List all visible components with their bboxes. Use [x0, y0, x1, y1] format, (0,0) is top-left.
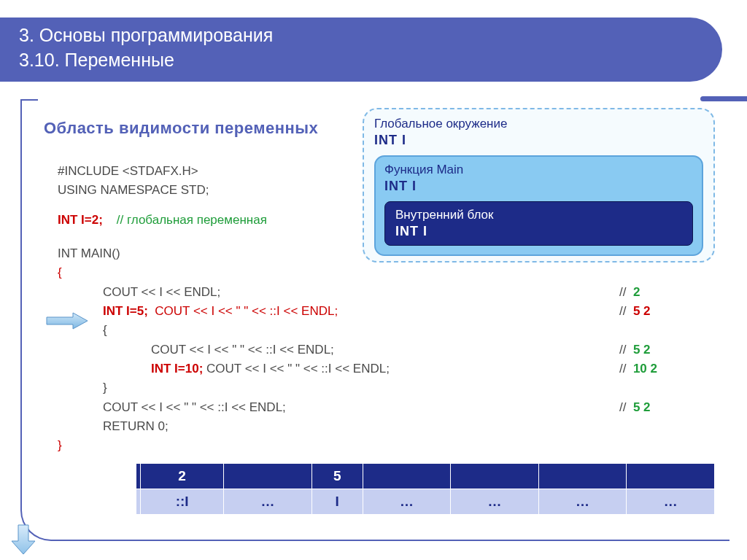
stack-cell [627, 464, 715, 489]
title-line-1: 3. Основы программирования [19, 23, 703, 48]
scope-global-label: Глобальное окружение [374, 117, 703, 131]
code-line: INT I=5; COUT << I << " " << ::I << ENDL… [58, 302, 721, 321]
slide: 3. Основы программирования 3.10. Перемен… [0, 0, 747, 560]
stack-cell: 2 [141, 464, 224, 489]
stack-cell: … [363, 489, 451, 515]
stack-cell: … [538, 489, 627, 515]
code-block: #INCLUDE <STDAFX.H> USING NAMESPACE STD;… [58, 162, 721, 456]
code-line: INT I=2; // глобальная переменная [58, 211, 721, 230]
table-row: 2 5 [136, 464, 715, 489]
code-line: } [58, 378, 721, 397]
stack-cell: ::I [141, 489, 224, 515]
code-line: RETURN 0; [58, 417, 721, 436]
pointer-arrow-icon [45, 312, 89, 330]
stack-table: 2 5 ::I … I … … … … [136, 463, 715, 515]
title-line-2: 3.10. Переменные [19, 48, 703, 73]
stack-cell: … [451, 489, 539, 515]
code-line: { [58, 263, 721, 282]
code-line: INT I=10; COUT << I << " " << ::I << END… [58, 359, 721, 378]
code-line: COUT << I << " " << ::I << ENDL; // 5 2 [58, 398, 721, 417]
code-line: USING NAMESPACE STD; [58, 181, 721, 200]
code-blank [58, 230, 721, 244]
section-title: Область видимости переменных [44, 119, 318, 138]
stack-cell [451, 464, 539, 489]
code-line: { [58, 321, 721, 340]
code-line: INT MAIN() [58, 244, 721, 263]
scope-global-decl: INT I [374, 133, 703, 148]
table-row: ::I … I … … … … [136, 489, 715, 515]
stack-cell: 5 [311, 464, 363, 489]
stack-cell [363, 464, 451, 489]
nav-down-arrow-icon[interactable] [10, 524, 36, 556]
stack-cell [224, 464, 312, 489]
code-line: COUT << I << ENDL; // 2 [58, 283, 721, 302]
stack-cell: I [311, 489, 363, 515]
code-line: COUT << I << " " << ::I << ENDL; // 5 2 [58, 341, 721, 359]
code-line: } [58, 436, 721, 455]
stack-cell: … [627, 489, 715, 515]
code-blank [58, 201, 721, 211]
stack-cell: … [224, 489, 312, 515]
title-banner: 3. Основы программирования 3.10. Перемен… [0, 18, 722, 82]
code-line: #INCLUDE <STDAFX.H> [58, 162, 721, 181]
stack-cell [538, 464, 627, 489]
